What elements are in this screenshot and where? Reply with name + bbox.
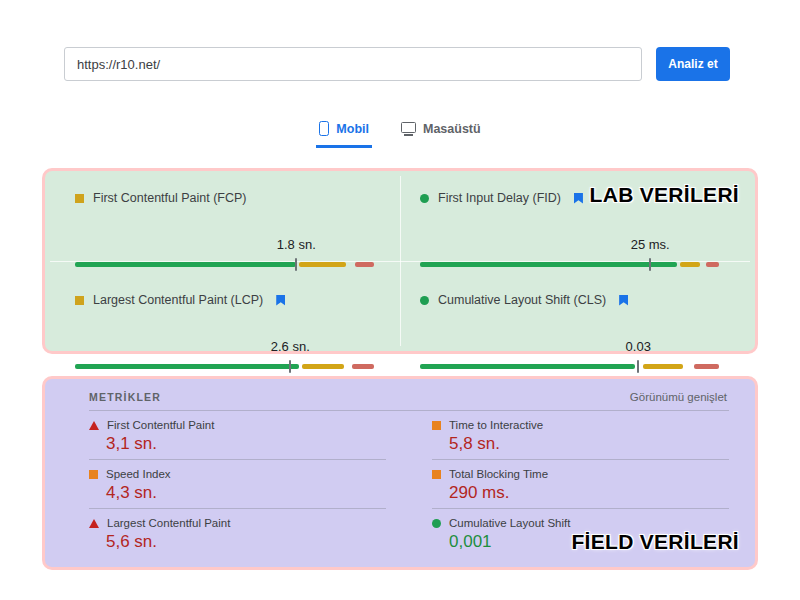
- metric-name: First Contentful Paint: [107, 419, 214, 431]
- lab-data-panel: LAB VERİLERİ First Contentful Paint (FCP…: [42, 168, 758, 354]
- metric-gauge-bar: [420, 262, 719, 267]
- metric-name: Total Blocking Time: [449, 468, 548, 480]
- bookmark-icon[interactable]: [276, 295, 285, 306]
- triangle-icon: [89, 421, 99, 430]
- circle-icon: [420, 194, 429, 203]
- lab-metric-fcp: First Contentful Paint (FCP) 1.8 sn.: [75, 191, 374, 275]
- field-metric-fcp: First Contentful Paint 3,1 sn.: [89, 411, 386, 460]
- metric-value: 1.8 sn.: [277, 237, 316, 252]
- analyze-button[interactable]: Analiz et: [656, 47, 730, 81]
- tab-mobile[interactable]: Mobil: [316, 114, 372, 148]
- field-metric-lcp: Largest Contentful Paint 5,6 sn.: [89, 509, 386, 557]
- field-metric-tti: Time to Interactive 5,8 sn.: [432, 411, 729, 460]
- square-icon: [432, 470, 441, 479]
- metrics-section-title: METRİKLER: [89, 391, 161, 403]
- triangle-icon: [89, 519, 99, 528]
- tab-mobile-label: Mobil: [336, 122, 369, 136]
- field-metric-speed-index: Speed Index 4,3 sn.: [89, 460, 386, 509]
- square-icon: [75, 296, 84, 305]
- mobile-icon: [319, 121, 329, 136]
- bookmark-icon[interactable]: [619, 295, 628, 306]
- field-panel-header: METRİKLER Görünümü genişlet: [89, 389, 729, 411]
- url-input[interactable]: [64, 47, 642, 81]
- url-analyzer-bar: Analiz et: [64, 47, 730, 81]
- circle-icon: [420, 296, 429, 305]
- metric-gauge-bar: [75, 364, 374, 369]
- metric-name: Cumulative Layout Shift (CLS): [438, 293, 606, 307]
- lab-data-overlay-label: LAB VERİLERİ: [590, 183, 739, 207]
- device-tabs: Mobil Masaüstü: [0, 114, 800, 148]
- metric-value: 5,6 sn.: [106, 532, 386, 551]
- tab-desktop-label: Masaüstü: [423, 122, 481, 136]
- metric-name: Speed Index: [106, 468, 171, 480]
- metric-name: First Contentful Paint (FCP): [93, 191, 247, 205]
- lab-metric-lcp: Largest Contentful Paint (LCP) 2.6 sn.: [75, 293, 374, 377]
- metric-value: 4,3 sn.: [106, 483, 386, 502]
- metric-value: 0.03: [626, 339, 651, 354]
- metric-name: Largest Contentful Paint: [107, 517, 230, 529]
- metric-value: 5,8 sn.: [449, 434, 729, 453]
- metric-gauge-bar: [420, 364, 719, 369]
- bookmark-icon[interactable]: [574, 193, 583, 204]
- tab-desktop[interactable]: Masaüstü: [398, 114, 484, 148]
- metric-value: 25 ms.: [631, 237, 670, 252]
- metric-value: 3,1 sn.: [106, 434, 386, 453]
- field-metric-tbt: Total Blocking Time 290 ms.: [432, 460, 729, 509]
- metric-name: Largest Contentful Paint (LCP): [93, 293, 263, 307]
- square-icon: [89, 470, 98, 479]
- circle-icon: [432, 519, 441, 528]
- field-data-overlay-label: FİELD VERİLERİ: [571, 530, 739, 554]
- square-icon: [75, 194, 84, 203]
- metric-gauge-bar: [75, 262, 374, 267]
- field-data-panel: FİELD VERİLERİ METRİKLER Görünümü genişl…: [42, 376, 758, 570]
- desktop-icon: [401, 122, 416, 133]
- metric-name: Time to Interactive: [449, 419, 543, 431]
- expand-view-link[interactable]: Görünümü genişlet: [630, 391, 727, 403]
- lab-metric-cls: Cumulative Layout Shift (CLS) 0.03: [420, 293, 719, 377]
- square-icon: [432, 421, 441, 430]
- metric-value: 2.6 sn.: [271, 339, 310, 354]
- metric-name: Cumulative Layout Shift: [449, 517, 570, 529]
- metric-name: First Input Delay (FID): [438, 191, 561, 205]
- metric-value: 290 ms.: [449, 483, 729, 502]
